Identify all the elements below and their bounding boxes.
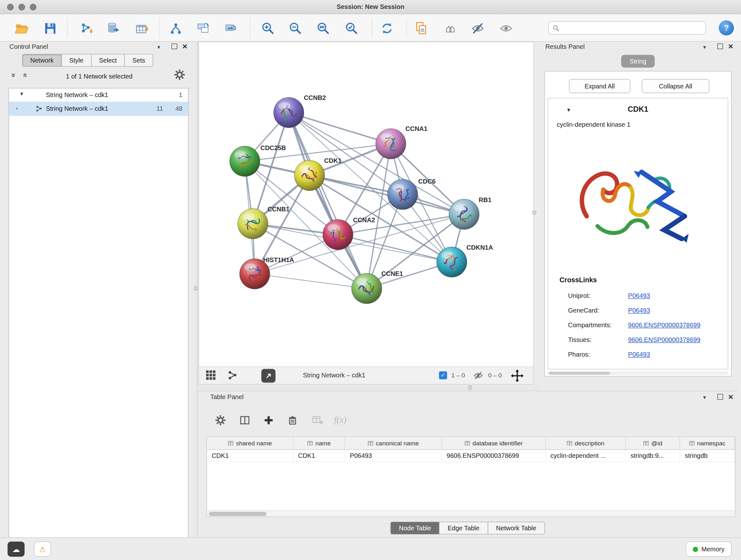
network-edge[interactable] [289,113,391,144]
column-header[interactable]: @id [626,437,680,449]
show-all-button[interactable] [495,19,516,37]
hide-selected-button[interactable] [468,19,488,37]
toolbar-search[interactable] [548,21,706,35]
import-network-from-file-button[interactable] [76,19,97,37]
scrollbar-thumb[interactable] [549,372,610,374]
network-node-ccne1[interactable] [352,273,382,304]
cloud-button[interactable]: ☁ [8,542,24,557]
network-from-selection-button[interactable] [221,19,242,37]
clone-network-button[interactable] [193,19,213,37]
add-column-button[interactable] [260,413,276,427]
network-node-cdk1[interactable] [294,160,325,191]
tab-select[interactable]: Select [91,54,125,67]
table-cell[interactable]: cyclin-dependent ... [546,450,626,462]
column-header[interactable]: shared name [207,437,293,449]
selected-nodes-checkbox[interactable]: ✓ [439,371,447,379]
network-canvas[interactable]: CCNB2CCNA1CDC25BCDK1CDC6RB1CCNB1CCNA2CDK… [199,42,533,367]
panel-menu-icon[interactable]: ▼ [702,44,707,50]
results-scrollbar[interactable] [548,371,728,375]
table-cell[interactable]: P06493 [345,450,442,462]
zoom-fit-button[interactable] [313,19,333,37]
table-cell[interactable]: stringdb [680,450,735,462]
open-session-button[interactable] [11,19,32,37]
network-node-cdc25b[interactable] [230,146,260,177]
left-splitter-handle[interactable] [194,286,198,290]
network-node-ccna1[interactable] [376,129,406,159]
search-input[interactable] [562,24,702,31]
crosslink-link[interactable]: 9606.ENSP00000378699 [628,321,700,328]
column-header[interactable]: name [293,437,345,449]
network-node-ccnb1[interactable] [238,208,268,239]
tab-sets[interactable]: Sets [125,54,153,67]
table-row[interactable]: CDK1CDK1P064939606.ENSP00000378699cyclin… [207,450,735,462]
table-cell[interactable]: 9606.ENSP00000378699 [442,450,546,462]
close-panel-icon[interactable]: × [728,394,733,400]
zoom-selected-button[interactable] [341,19,362,37]
copy-document-button[interactable] [411,19,431,37]
tree-expander-icon[interactable]: ▼ [19,91,24,97]
network-node-cdkn1a[interactable] [436,247,467,277]
table-cell[interactable]: stringdb:9... [626,450,680,462]
right-splitter-handle[interactable] [532,210,536,214]
network-node-ccna2[interactable] [323,219,353,250]
tab-node-table[interactable]: Node Table [390,522,440,535]
column-header[interactable]: description [546,437,626,449]
crosslink-link[interactable]: P06493 [628,307,650,314]
network-edge[interactable] [255,274,367,289]
table-cell[interactable]: CDK1 [207,450,293,462]
tab-edge-table[interactable]: Edge Table [439,522,488,535]
string-home-button[interactable]: ⌂⌂ [440,19,461,37]
network-node-rb1[interactable] [449,199,479,230]
zoom-in-button[interactable] [258,19,278,37]
scrollbar-thumb[interactable] [209,512,267,516]
table-options-gear-button[interactable] [212,413,228,427]
column-header[interactable]: canonical name [345,437,442,449]
column-header[interactable]: namespac [680,437,735,449]
panel-menu-icon[interactable]: ▼ [156,44,161,50]
close-panel-icon[interactable]: × [728,44,733,49]
help-button[interactable]: ? [719,20,734,36]
float-panel-icon[interactable] [718,394,723,400]
birds-eye-view-button[interactable] [205,370,216,381]
crosslink-link[interactable]: P06493 [628,293,650,300]
fit-content-button[interactable] [511,369,524,383]
column-header[interactable]: database identifier [442,437,546,449]
tab-network-table[interactable]: Network Table [488,522,545,535]
show-columns-button[interactable] [237,413,253,427]
zoom-out-button[interactable] [285,19,306,37]
collapse-all-button[interactable]: Collapse All [642,79,710,93]
tab-style[interactable]: Style [61,54,91,67]
memory-button[interactable]: Memory [686,542,731,557]
refresh-view-button[interactable] [377,19,397,37]
import-network-from-database-button[interactable] [103,19,124,37]
network-overview-button[interactable] [227,370,238,381]
panel-menu-icon[interactable]: ▼ [702,395,707,400]
float-panel-icon[interactable] [172,44,178,49]
export-view-button[interactable] [261,369,275,383]
float-panel-icon[interactable] [718,44,723,49]
table-scrollbar[interactable] [207,510,734,516]
network-options-gear-button[interactable] [174,69,185,82]
network-view[interactable]: CCNB2CCNA1CDC25BCDK1CDC6RB1CCNB1CCNA2CDK… [199,42,534,384]
save-session-button[interactable] [40,19,60,37]
network-node-ccnb2[interactable] [273,98,304,128]
table-cell[interactable]: CDK1 [293,450,345,462]
new-network-button[interactable] [165,19,186,37]
network-edge[interactable] [310,176,464,214]
crosslink-link[interactable]: P06493 [628,351,650,358]
network-node-cdc6[interactable] [387,179,418,209]
delete-column-button[interactable] [284,413,300,427]
network-collection-row[interactable]: ▼ String Network – cdk1 1 [9,88,188,102]
tab-string[interactable]: String [621,55,655,68]
network-edge[interactable] [289,113,367,289]
crosslink-link[interactable]: 9606.ENSP00000378699 [628,336,700,343]
tab-network[interactable]: Network [22,54,62,67]
network-row-selected[interactable]: ● String Network – cdk1 11 48 [9,102,188,116]
hidden-eye-icon[interactable] [473,370,483,382]
close-panel-icon[interactable]: × [183,44,188,49]
import-table-icon [135,21,149,36]
warnings-button[interactable]: ⚠ [34,542,51,557]
splitter-handle[interactable] [468,385,472,389]
import-table-from-file-button[interactable] [132,19,152,37]
expand-all-button[interactable]: Expand All [569,79,630,93]
